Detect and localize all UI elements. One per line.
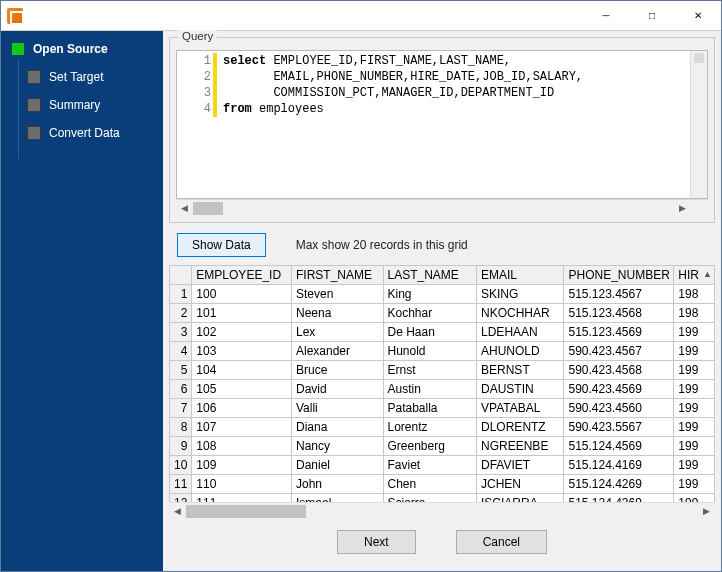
results-table[interactable]: EMPLOYEE_ID FIRST_NAME LAST_NAME EMAIL P…	[169, 265, 715, 502]
editor-vertical-scrollbar[interactable]	[690, 51, 707, 198]
cell[interactable]: 515.123.4569	[564, 323, 674, 342]
scroll-right-icon[interactable]: ▶	[674, 200, 691, 217]
maximize-button[interactable]: □	[629, 1, 675, 31]
cancel-button[interactable]: Cancel	[456, 530, 547, 554]
cell[interactable]: 590.423.4568	[564, 361, 674, 380]
cell[interactable]: 199	[674, 399, 715, 418]
cell[interactable]: 199	[674, 418, 715, 437]
cell[interactable]: SKING	[477, 285, 564, 304]
table-row[interactable]: 8107DianaLorentzDLORENTZ590.423.5567199	[170, 418, 715, 437]
cell[interactable]: 108	[192, 437, 292, 456]
cell[interactable]: 100	[192, 285, 292, 304]
cell[interactable]: Chen	[383, 475, 477, 494]
cell[interactable]: 515.124.4269	[564, 475, 674, 494]
cell[interactable]: 104	[192, 361, 292, 380]
cell[interactable]: Kochhar	[383, 304, 477, 323]
cell[interactable]: 103	[192, 342, 292, 361]
cell[interactable]: 515.124.4369	[564, 494, 674, 503]
cell[interactable]: 102	[192, 323, 292, 342]
cell[interactable]: JCHEN	[477, 475, 564, 494]
cell[interactable]: 515.123.4567	[564, 285, 674, 304]
cell[interactable]: 198	[674, 304, 715, 323]
cell[interactable]: De Haan	[383, 323, 477, 342]
scroll-right-icon[interactable]: ▶	[698, 503, 715, 520]
table-row[interactable]: 11110JohnChenJCHEN515.124.4269199	[170, 475, 715, 494]
table-row[interactable]: 5104BruceErnstBERNST590.423.4568199	[170, 361, 715, 380]
cell[interactable]: 199	[674, 361, 715, 380]
sql-editor[interactable]: 1 2 3 4 select EMPLOYEE_ID,FIRST_NAME,LA…	[176, 50, 708, 199]
cell[interactable]: Diana	[292, 418, 384, 437]
cell[interactable]: Pataballa	[383, 399, 477, 418]
table-row[interactable]: 12111IsmaelSciarraISCIARRA515.124.436919…	[170, 494, 715, 503]
table-row[interactable]: 6105DavidAustinDAUSTIN590.423.4569199	[170, 380, 715, 399]
cell[interactable]: Steven	[292, 285, 384, 304]
cell[interactable]: Hunold	[383, 342, 477, 361]
cell[interactable]: David	[292, 380, 384, 399]
col-email[interactable]: EMAIL	[477, 266, 564, 285]
cell[interactable]: Sciarra	[383, 494, 477, 503]
cell[interactable]: DLORENTZ	[477, 418, 564, 437]
cell[interactable]: Ismael	[292, 494, 384, 503]
cell[interactable]: John	[292, 475, 384, 494]
cell[interactable]: Nancy	[292, 437, 384, 456]
cell[interactable]: 106	[192, 399, 292, 418]
cell[interactable]: 199	[674, 494, 715, 503]
table-row[interactable]: 10109DanielFavietDFAVIET515.124.4169199	[170, 456, 715, 475]
cell[interactable]: 590.423.4567	[564, 342, 674, 361]
col-employee-id[interactable]: EMPLOYEE_ID	[192, 266, 292, 285]
cell[interactable]: 515.124.4169	[564, 456, 674, 475]
cell[interactable]: Lorentz	[383, 418, 477, 437]
nav-summary[interactable]: Summary	[1, 91, 163, 119]
next-button[interactable]: Next	[337, 530, 416, 554]
cell[interactable]: Greenberg	[383, 437, 477, 456]
table-row[interactable]: 3102LexDe HaanLDEHAAN515.123.4569199	[170, 323, 715, 342]
table-row[interactable]: 4103AlexanderHunoldAHUNOLD590.423.456719…	[170, 342, 715, 361]
cell[interactable]: DAUSTIN	[477, 380, 564, 399]
cell[interactable]: 199	[674, 456, 715, 475]
cell[interactable]: 109	[192, 456, 292, 475]
cell[interactable]: Bruce	[292, 361, 384, 380]
col-last-name[interactable]: LAST_NAME	[383, 266, 477, 285]
cell[interactable]: 590.423.4569	[564, 380, 674, 399]
table-row[interactable]: 9108NancyGreenbergNGREENBE515.124.456919…	[170, 437, 715, 456]
cell[interactable]: 199	[674, 323, 715, 342]
cell[interactable]: BERNST	[477, 361, 564, 380]
grid-horizontal-scrollbar[interactable]: ◀ ▶	[169, 502, 715, 519]
nav-set-target[interactable]: Set Target	[1, 63, 163, 91]
cell[interactable]: 111	[192, 494, 292, 503]
cell[interactable]: NGREENBE	[477, 437, 564, 456]
cell[interactable]: Austin	[383, 380, 477, 399]
scroll-left-icon[interactable]: ◀	[169, 503, 186, 520]
cell[interactable]: ISCIARRA	[477, 494, 564, 503]
minimize-button[interactable]: ─	[583, 1, 629, 31]
table-row[interactable]: 7106ValliPataballaVPATABAL590.423.456019…	[170, 399, 715, 418]
close-button[interactable]: ✕	[675, 1, 721, 31]
scroll-thumb[interactable]	[193, 202, 223, 215]
cell[interactable]: 199	[674, 380, 715, 399]
cell[interactable]: Alexander	[292, 342, 384, 361]
show-data-button[interactable]: Show Data	[177, 233, 266, 257]
cell[interactable]: 199	[674, 437, 715, 456]
cell[interactable]: NKOCHHAR	[477, 304, 564, 323]
cell[interactable]: Valli	[292, 399, 384, 418]
nav-open-source[interactable]: Open Source	[1, 35, 163, 63]
cell[interactable]: 515.123.4568	[564, 304, 674, 323]
cell[interactable]: 199	[674, 342, 715, 361]
cell[interactable]: Ernst	[383, 361, 477, 380]
cell[interactable]: AHUNOLD	[477, 342, 564, 361]
cell[interactable]: 105	[192, 380, 292, 399]
scroll-thumb[interactable]	[186, 505, 306, 518]
cell[interactable]: LDEHAAN	[477, 323, 564, 342]
col-phone[interactable]: PHONE_NUMBER	[564, 266, 674, 285]
sql-code[interactable]: select EMPLOYEE_ID,FIRST_NAME,LAST_NAME,…	[219, 51, 690, 198]
cell[interactable]: Neena	[292, 304, 384, 323]
col-first-name[interactable]: FIRST_NAME	[292, 266, 384, 285]
cell[interactable]: 198	[674, 285, 715, 304]
cell[interactable]: 107	[192, 418, 292, 437]
cell[interactable]: DFAVIET	[477, 456, 564, 475]
cell[interactable]: 110	[192, 475, 292, 494]
col-hire-date[interactable]: HIR▲	[674, 266, 715, 285]
cell[interactable]: VPATABAL	[477, 399, 564, 418]
cell[interactable]: 101	[192, 304, 292, 323]
editor-horizontal-scrollbar[interactable]: ◀ ▶	[176, 199, 708, 216]
